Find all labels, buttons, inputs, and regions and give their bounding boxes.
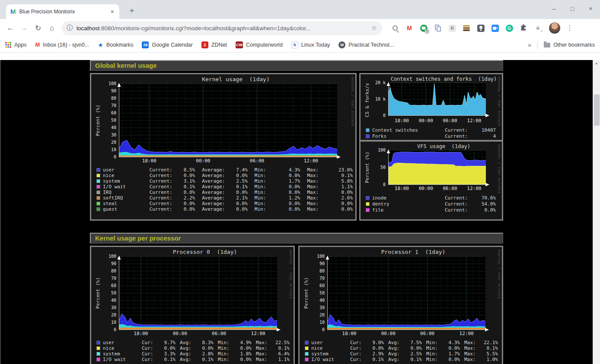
legend-stat-label: Min:: [218, 345, 233, 351]
address-bar[interactable]: ⓘ localhost:8080/monitorix-cgi/monitorix…: [61, 21, 382, 35]
new-tab-button[interactable]: +: [126, 6, 137, 16]
legend-label: IRQ: [103, 190, 143, 195]
legend-row: IRQCurrent:0.0%Average:0.0%Min:0.0%Max:0…: [96, 190, 353, 195]
legend-label: user: [103, 167, 143, 173]
forward-icon[interactable]: →: [18, 24, 30, 32]
plot-area: [119, 84, 337, 157]
bookmark-computerworld[interactable]: CWComputerworld: [236, 41, 283, 48]
legend-stat-value: 0.1%: [334, 173, 353, 178]
y-tick-label: 0: [114, 328, 116, 332]
stack-extension-icon[interactable]: [462, 24, 471, 32]
graph-legend: userCur:9.7%Avg:8.3%Min:4.9%Max:22.5%nic…: [96, 340, 291, 362]
legend-stat-label: Max:: [464, 345, 480, 351]
legend-stat-value: 0.0%: [281, 184, 300, 190]
search-extension-icon[interactable]: [391, 24, 399, 32]
legend-stat-value: 0.0%: [334, 190, 353, 195]
legend-stat-value: 22.1%: [480, 340, 498, 345]
tab-close-icon[interactable]: ×: [110, 8, 115, 15]
legend-stat-label: Avg:: [388, 351, 404, 357]
kernel-usage-graph[interactable]: RRDTOOL / TOBI OETIKER Kernel usage (1da…: [91, 74, 355, 219]
zoom-camera-extension-icon[interactable]: [491, 24, 499, 32]
legend-row: guestCurrent:0.0%Average:0.0%Min:0.0%Max…: [96, 206, 353, 212]
y-tick-label: 40: [111, 298, 116, 303]
legend-label: system: [103, 351, 137, 357]
scrollbar[interactable]: ▲ ▼: [593, 60, 600, 364]
legend-row: niceCurrent:0.0%Average:0.0%Min:0.0%Max:…: [96, 173, 353, 178]
legend-swatch: [96, 207, 100, 211]
scrollbar-up-icon[interactable]: ▲: [593, 60, 600, 66]
bookmark-star-icon[interactable]: ☆: [371, 24, 377, 32]
y-tick-label: 100: [378, 148, 386, 152]
processor-0-graph[interactable]: RRDTOOL / TOBI OETIKER Processor 0 (1day…: [91, 247, 294, 364]
back-icon[interactable]: ←: [4, 24, 16, 32]
context-switches-graph[interactable]: RRDTOOL / TOBI OETIKER Context switches …: [361, 74, 502, 140]
bookmarks-bar-right: » Other bookmarks: [528, 41, 595, 49]
legend-stat-label: Max:: [307, 195, 334, 201]
grammarly-extension-icon[interactable]: G: [505, 24, 514, 32]
x-axis: 18:0000:0006:0012:00: [119, 158, 353, 165]
lamp-extension-icon[interactable]: [476, 24, 485, 32]
graph-legend: inodeCurrent:70.6%dentryCurrent:54.0%fil…: [365, 195, 499, 213]
legend-stat-value: 0.0%: [233, 357, 252, 362]
legend-stat-value: 70.6%: [473, 195, 496, 201]
window-close-button[interactable]: ×: [587, 5, 594, 12]
legend-stat-label: Min:: [218, 351, 233, 357]
reload-icon[interactable]: ↻: [32, 24, 44, 33]
browser-tab[interactable]: M Blue Precision Monitorix ×: [6, 4, 119, 19]
window-minimize-button[interactable]: –: [551, 5, 558, 12]
legend-stat-value: 0.1%: [229, 184, 248, 190]
copy-extension-icon[interactable]: [434, 24, 442, 32]
y-tick-label: 100: [109, 254, 116, 259]
legend-label: I/O wait: [311, 357, 346, 362]
legend-stat-label: Max:: [307, 173, 334, 178]
bookmark-google-calendar[interactable]: 28Google Calendar: [142, 41, 193, 48]
legend-label: user: [103, 340, 137, 345]
media-list-extension-icon[interactable]: ≡♪: [533, 24, 542, 32]
bookmark-inbox[interactable]: MInbox (16) - sjvn0...: [35, 41, 89, 48]
gmail-extension-icon[interactable]: M: [405, 24, 414, 32]
home-icon[interactable]: ⌂: [46, 24, 58, 32]
x-tick-label: 12:00: [460, 331, 474, 336]
window-maximize-button[interactable]: □: [569, 5, 576, 12]
bookmark-practical-technology[interactable]: WPractical Technol...: [338, 41, 394, 48]
browser-menu-icon[interactable]: ⋮: [566, 24, 573, 32]
legend-stat-value: 0.0%: [473, 207, 496, 213]
legend-stat-label: Min:: [426, 340, 442, 345]
page-info-icon[interactable]: ⓘ: [67, 24, 73, 32]
vfs-usage-graph[interactable]: RRDTOOL / TOBI OETIKER VFS usage (1day) …: [361, 142, 502, 219]
x-tick-label: 18:00: [342, 331, 356, 336]
legend-stat-label: Max:: [307, 190, 334, 195]
y-axis-label: Percent (%): [94, 84, 102, 157]
bookmark-bookmarks[interactable]: ★Bookmarks: [98, 41, 133, 48]
x-axis: 18:0000:0006:0012:00: [119, 331, 291, 337]
legend-row: systemCurrent:3.1%Average:2.5%Min:1.7%Ma…: [96, 178, 353, 184]
y-tick-label: 10: [111, 148, 116, 152]
y-tick-label: 40: [111, 126, 116, 130]
legend-stat-value: 4: [473, 133, 496, 139]
legend-stat-value: 3.3%: [157, 351, 176, 357]
r-extension-icon[interactable]: R: [448, 24, 456, 32]
legend-label: inode: [372, 195, 386, 201]
legend-stat-value: 0.0%: [176, 201, 195, 206]
bookmarks-overflow-chevron[interactable]: »: [528, 41, 531, 48]
extension-icons: M☎?RG≡♪: [391, 24, 542, 32]
other-bookmarks-button[interactable]: Other bookmarks: [544, 42, 595, 48]
legend-stat-value: 1.0%: [480, 357, 498, 362]
processor-1-graph[interactable]: RRDTOOL / TOBI OETIKER Processor 1 (1day…: [300, 247, 502, 364]
legend-label: nice: [103, 173, 143, 178]
legend-stat-label: Average:: [202, 184, 229, 190]
y-tick-label: 80: [111, 96, 116, 101]
profile-avatar[interactable]: [549, 22, 560, 34]
legend-row: userCur:9.7%Avg:8.3%Min:4.9%Max:22.5%: [96, 340, 291, 345]
legend-label: user: [311, 340, 346, 345]
global-kernel-row: RRDTOOL / TOBI OETIKER Kernel usage (1da…: [90, 73, 503, 221]
section-header-global-kernel-usage: Global kernel usage: [90, 60, 503, 71]
legend-stat-value: 0.0%: [157, 345, 176, 351]
voice-extension-icon[interactable]: ☎?: [419, 24, 428, 32]
puzzle-extension-icon[interactable]: [519, 24, 528, 32]
legend-row: Context switchesCurrent:10407: [365, 127, 499, 133]
bookmark-apps[interactable]: Apps: [5, 42, 27, 48]
scrollbar-thumb[interactable]: [594, 95, 600, 126]
bookmark-linux-today[interactable]: ltLinux Today: [291, 41, 330, 48]
bookmark-zdnet[interactable]: ZZDNet: [201, 41, 227, 48]
